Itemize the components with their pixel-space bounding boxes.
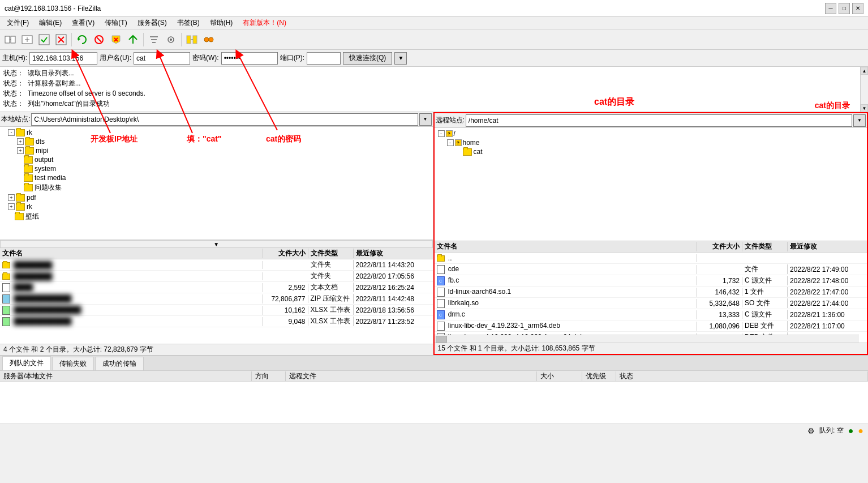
folder-icon-system bbox=[24, 165, 33, 173]
remote-hscrollbar[interactable] bbox=[435, 335, 860, 343]
local-file-row-1[interactable]: ████████ 文件夹 2022/8/11 14:43:20 bbox=[0, 259, 433, 271]
tree-label-system: system bbox=[35, 165, 56, 173]
toolbar-new-tab[interactable] bbox=[19, 32, 35, 48]
folder-icon-test-media bbox=[24, 174, 33, 182]
toolbar-disconnect[interactable] bbox=[91, 32, 107, 48]
expand-icon-home[interactable]: - bbox=[447, 139, 454, 146]
local-file-list-header: 文件名 文件大小 文件类型 最近修改 bbox=[0, 248, 433, 259]
local-path-bar: 本地站点: ▼ bbox=[0, 112, 433, 127]
hscroll-thumb[interactable] bbox=[436, 336, 447, 343]
toolbar-compare[interactable] bbox=[184, 32, 200, 48]
remote-path-dropdown[interactable]: ▼ bbox=[853, 114, 866, 127]
tree-item-output[interactable]: output bbox=[1, 155, 432, 164]
local-tree-scroll-down[interactable]: ▼ bbox=[0, 240, 433, 248]
menu-transfer[interactable]: 传输(T) bbox=[100, 17, 131, 29]
file-icon-folder-2 bbox=[2, 273, 10, 280]
local-file-row-3[interactable]: ████ 2,592 文本文档 2022/8/12 16:25:24 bbox=[0, 282, 433, 293]
menu-server[interactable]: 服务器(S) bbox=[133, 17, 171, 29]
remote-file-row-libcdev[interactable]: linux-libc-dev_4.19.232-1_arm64.deb 1,08… bbox=[435, 320, 867, 332]
remote-file-row-drmc[interactable]: C drm.c 13,333 C 源文件 2022/8/21 1:36:00 bbox=[435, 309, 867, 320]
local-file-row-5[interactable]: ██████████████ 10,162 XLSX 工作表 2022/8/18… bbox=[0, 305, 433, 316]
menu-bookmark[interactable]: 书签(B) bbox=[173, 17, 204, 29]
toolbar-cancel[interactable] bbox=[108, 32, 124, 48]
local-file-row-2[interactable]: ████████ 文件夹 2022/8/20 17:05:56 bbox=[0, 271, 433, 282]
user-input[interactable] bbox=[134, 52, 190, 65]
tab-failed-transfers[interactable]: 传输失败 bbox=[52, 357, 94, 370]
local-file-row-6[interactable]: ████████████ 9,048 XLSX 工作表 2022/8/17 11… bbox=[0, 316, 433, 327]
tree-item-cat[interactable]: cat bbox=[436, 147, 866, 156]
minimize-button[interactable]: ─ bbox=[825, 3, 836, 14]
expand-icon-rk[interactable]: + bbox=[8, 203, 15, 210]
remote-file-icon-fbc: C bbox=[437, 276, 445, 285]
tree-item-home[interactable]: - ? home bbox=[436, 138, 866, 147]
tree-label-wenti: 问题收集 bbox=[35, 183, 62, 193]
col-header-size: 文件大小 bbox=[263, 249, 308, 258]
close-button[interactable]: ✕ bbox=[852, 3, 863, 14]
tree-item-rk[interactable]: + rk bbox=[1, 202, 432, 211]
menu-edit[interactable]: 编辑(E) bbox=[35, 17, 66, 29]
toolbar-btn3[interactable] bbox=[36, 32, 52, 48]
tree-item-mipi[interactable]: + mipi bbox=[1, 146, 432, 155]
svg-rect-23 bbox=[193, 36, 197, 44]
settings-icon[interactable]: ⚙ bbox=[807, 426, 815, 435]
tree-item-wenti[interactable]: 问题收集 bbox=[1, 182, 432, 193]
local-file-tree: - rk + dts + mipi bbox=[0, 127, 433, 240]
expand-icon-mipi[interactable]: + bbox=[17, 147, 24, 154]
toolbar-sync[interactable] bbox=[201, 32, 217, 48]
svg-point-26 bbox=[209, 37, 213, 42]
toolbar-reconnect[interactable] bbox=[74, 32, 90, 48]
toolbar-btn4[interactable] bbox=[53, 32, 69, 48]
expand-icon-dts[interactable]: + bbox=[17, 138, 24, 145]
host-input[interactable] bbox=[29, 52, 97, 65]
toolbar-open-site-manager[interactable] bbox=[2, 32, 18, 48]
menu-view[interactable]: 查看(V) bbox=[67, 17, 99, 29]
local-path-input[interactable] bbox=[31, 113, 418, 126]
tree-item-system[interactable]: system bbox=[1, 164, 432, 173]
tree-item-rk-root[interactable]: - rk bbox=[1, 128, 432, 137]
pass-input[interactable] bbox=[221, 52, 278, 65]
menu-newversion[interactable]: 有新版本！(N) bbox=[238, 17, 291, 29]
port-input[interactable] bbox=[307, 52, 341, 65]
quick-connect-button[interactable]: 快速连接(Q) bbox=[343, 52, 392, 65]
tree-item-bizhi[interactable]: 壁纸 bbox=[1, 211, 432, 222]
connection-bar: 主机(H): 用户名(U): 密码(W): 端口(P): 快速连接(Q) ▼ bbox=[0, 50, 868, 67]
status-scroll-down[interactable]: ▼ bbox=[861, 104, 868, 112]
toolbar-filter[interactable] bbox=[146, 32, 162, 48]
toolbar-btn8[interactable] bbox=[125, 32, 141, 48]
remote-file-row-dotdot[interactable]: .. bbox=[435, 253, 867, 264]
remote-file-icon-ldlinux bbox=[437, 288, 445, 297]
remote-file-row-librkaiq[interactable]: librkaiq.so 5,332,648 SO 文件 2022/8/22 17… bbox=[435, 298, 867, 309]
user-label: 用户名(U): bbox=[100, 53, 131, 63]
quick-connect-dropdown[interactable]: ▼ bbox=[394, 52, 407, 65]
remote-path-input[interactable] bbox=[466, 114, 852, 127]
status-scroll-up[interactable]: ▲ bbox=[861, 67, 868, 75]
expand-icon-rk-root[interactable]: - bbox=[8, 129, 15, 136]
tree-label-dts: dts bbox=[36, 138, 45, 146]
file-icon-folder bbox=[2, 262, 10, 268]
tree-label: rk bbox=[27, 129, 32, 136]
tree-item-root[interactable]: - ? / bbox=[436, 129, 866, 138]
expand-icon-root[interactable]: - bbox=[438, 130, 445, 137]
tab-successful-transfers[interactable]: 成功的传输 bbox=[95, 357, 144, 370]
local-path-dropdown[interactable]: ▼ bbox=[419, 113, 432, 126]
tree-item-pdf[interactable]: + pdf bbox=[1, 193, 432, 202]
q-icon-home: ? bbox=[455, 139, 462, 146]
tab-queued-files[interactable]: 列队的文件 bbox=[2, 356, 51, 370]
file-icon-xlsx-2 bbox=[2, 317, 10, 326]
remote-file-row-ldlinux[interactable]: ld-linux-aarch64.so.1 146,432 1 文件 2022/… bbox=[435, 287, 867, 298]
status-line-3: 状态： Timezone offset of server is 0 secon… bbox=[3, 88, 865, 99]
tree-item-dts[interactable]: + dts bbox=[1, 137, 432, 146]
menu-file[interactable]: 文件(F) bbox=[2, 17, 33, 29]
toolbar-toggle-hidden[interactable] bbox=[163, 32, 179, 48]
tree-label-mipi: mipi bbox=[36, 147, 48, 155]
remote-panel-status: 15 个文件 和 1 个目录。大小总计: 108,653,865 字节 bbox=[435, 343, 867, 354]
maximize-button[interactable]: □ bbox=[839, 3, 850, 14]
tree-label-test-media: test media bbox=[35, 174, 66, 182]
svg-line-12 bbox=[97, 37, 101, 42]
local-file-row-4[interactable]: ████████████ 72,806,877 ZIP 压缩文件 2022/8/… bbox=[0, 293, 433, 305]
menu-help[interactable]: 帮助(H) bbox=[205, 17, 238, 29]
tree-item-test-media[interactable]: test media bbox=[1, 173, 432, 182]
expand-icon-pdf[interactable]: + bbox=[8, 194, 15, 201]
remote-file-row-fbc[interactable]: C fb.c 1,732 C 源文件 2022/8/22 17:48:00 bbox=[435, 275, 867, 287]
remote-file-row-cde[interactable]: cde 文件 2022/8/22 17:49:00 bbox=[435, 264, 867, 275]
